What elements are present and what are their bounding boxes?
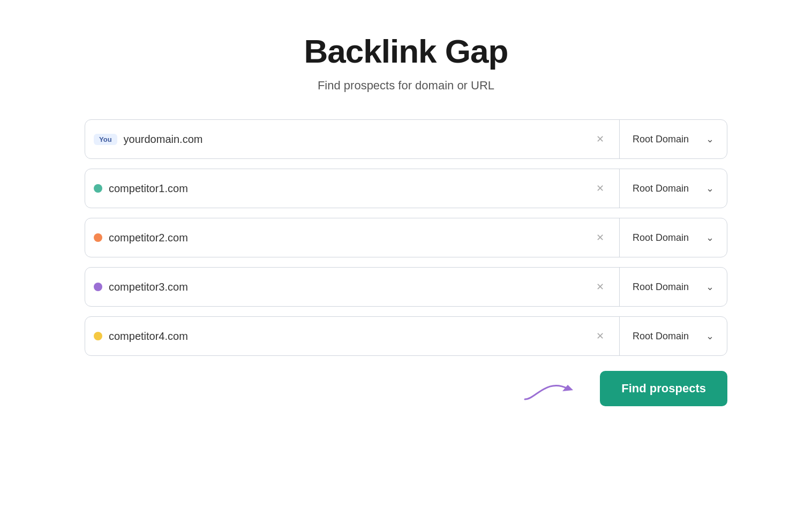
arrow-illustration (520, 372, 584, 405)
find-prospects-button[interactable]: Find prospects (600, 371, 727, 406)
input-left-you: You ✕ (85, 120, 619, 158)
clear-button-4[interactable]: ✕ (590, 326, 611, 346)
dropdown-label-3: Root Domain (633, 282, 689, 293)
dot-purple-icon (94, 283, 102, 291)
form-container: You ✕ Root Domain ⌄ ✕ Root Domain ⌄ (85, 119, 727, 406)
clear-button-1[interactable]: ✕ (590, 178, 611, 199)
dropdown-2[interactable]: Root Domain ⌄ (620, 218, 727, 257)
dot-yellow-icon (94, 332, 102, 340)
you-badge: You (94, 134, 117, 145)
clear-button-3[interactable]: ✕ (590, 277, 611, 297)
dropdown-label-1: Root Domain (633, 183, 689, 194)
dropdown-1[interactable]: Root Domain ⌄ (620, 169, 727, 208)
input-row-you: You ✕ Root Domain ⌄ (85, 119, 727, 159)
chevron-down-icon-2: ⌄ (706, 232, 714, 244)
dropdown-label-2: Root Domain (633, 232, 689, 244)
clear-button-you[interactable]: ✕ (590, 129, 611, 149)
page-title: Backlink Gap (304, 32, 508, 70)
domain-input-you[interactable] (124, 133, 583, 146)
input-left-1: ✕ (85, 169, 619, 208)
domain-input-2[interactable] (109, 232, 583, 244)
svg-marker-0 (562, 385, 573, 391)
domain-input-1[interactable] (109, 183, 583, 195)
input-row-4: ✕ Root Domain ⌄ (85, 316, 727, 356)
input-left-3: ✕ (85, 268, 619, 306)
dropdown-4[interactable]: Root Domain ⌄ (620, 317, 727, 355)
chevron-down-icon-4: ⌄ (706, 330, 714, 342)
input-row-3: ✕ Root Domain ⌄ (85, 267, 727, 307)
input-row-1: ✕ Root Domain ⌄ (85, 169, 727, 208)
chevron-down-icon-1: ⌄ (706, 183, 714, 194)
domain-input-3[interactable] (109, 281, 583, 293)
page-container: Backlink Gap Find prospects for domain o… (85, 32, 727, 406)
dropdown-you[interactable]: Root Domain ⌄ (620, 120, 727, 158)
chevron-down-icon-you: ⌄ (706, 133, 714, 145)
dropdown-label-you: Root Domain (633, 134, 689, 145)
chevron-down-icon-3: ⌄ (706, 281, 714, 293)
arrow-container (520, 372, 584, 405)
input-row-2: ✕ Root Domain ⌄ (85, 218, 727, 257)
input-left-4: ✕ (85, 317, 619, 355)
page-subtitle: Find prospects for domain or URL (318, 79, 494, 93)
dropdown-3[interactable]: Root Domain ⌄ (620, 268, 727, 306)
input-left-2: ✕ (85, 218, 619, 257)
clear-button-2[interactable]: ✕ (590, 227, 611, 248)
domain-input-4[interactable] (109, 330, 583, 343)
dropdown-label-4: Root Domain (633, 331, 689, 342)
dot-orange-icon (94, 233, 102, 242)
dot-green-icon (94, 184, 102, 193)
bottom-row: Find prospects (85, 371, 727, 406)
